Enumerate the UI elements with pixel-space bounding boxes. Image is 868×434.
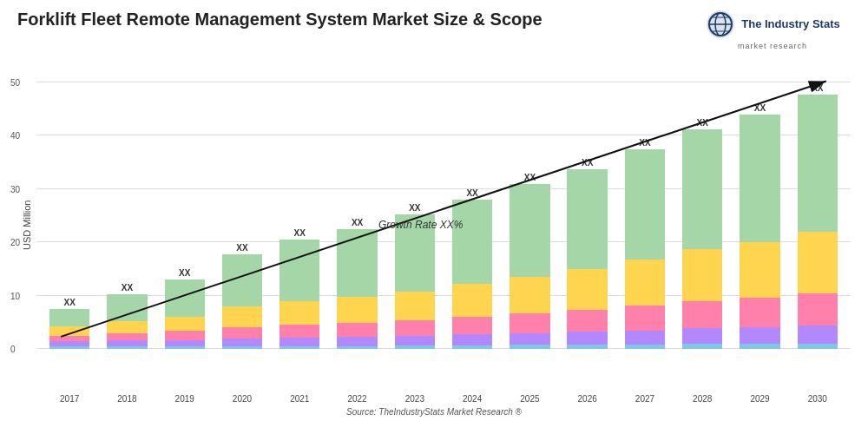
- x-axis-year-label: 2021: [271, 394, 328, 404]
- bar-value-label: XX: [812, 83, 823, 93]
- bar-segment: [798, 95, 838, 232]
- bar-stack: [49, 309, 89, 349]
- bar-value-label: XX: [179, 268, 190, 278]
- bar-segment: [567, 310, 607, 332]
- x-axis-year-label: 2027: [616, 394, 674, 404]
- bar-segment: [279, 301, 319, 325]
- bar-group: XX: [271, 228, 328, 349]
- bar-segment: [682, 328, 722, 344]
- bar-stack: [452, 200, 492, 349]
- bar-segment: [682, 301, 722, 329]
- chart-area: USD Million 01020304050XXXXXXXXXXXXXXXXX…: [17, 56, 851, 394]
- x-axis-year-label: 2030: [789, 394, 846, 404]
- bar-value-label: XX: [63, 298, 75, 307]
- bar-group: XX: [789, 83, 846, 349]
- bar-segment: [337, 297, 377, 323]
- header-row: Forklift Fleet Remote Management System …: [17, 9, 851, 50]
- x-axis-year-label: 2023: [386, 394, 444, 404]
- bar-group: XX: [674, 118, 731, 349]
- bar-value-label: XX: [409, 203, 420, 213]
- bar-stack: [107, 294, 147, 349]
- bar-group: XX: [386, 203, 444, 349]
- bar-segment: [510, 313, 549, 333]
- bar-segment: [395, 336, 435, 345]
- x-axis-year-label: 2026: [559, 394, 616, 404]
- x-axis-year-label: 2018: [98, 394, 155, 404]
- bar-segment: [625, 345, 665, 349]
- bar-segment: [337, 337, 377, 346]
- bar-stack: [740, 115, 779, 349]
- bar-stack: [279, 240, 319, 349]
- bar-segment: [625, 306, 665, 331]
- grid-label: 30: [10, 184, 20, 194]
- bar-stack: [165, 279, 205, 349]
- bar-segment: [567, 269, 607, 310]
- bar-segment: [395, 320, 435, 335]
- bar-segment: [510, 277, 549, 313]
- bar-group: XX: [328, 218, 385, 349]
- bar-value-label: XX: [697, 118, 708, 128]
- bar-segment: [279, 346, 319, 349]
- bar-stack: [510, 184, 549, 349]
- bar-segment: [107, 333, 147, 341]
- bar-value-label: XX: [466, 188, 477, 198]
- x-axis-labels: 2017201820192020202120222023202420252026…: [36, 394, 851, 404]
- bar-segment: [222, 346, 262, 349]
- bar-value-label: XX: [236, 243, 247, 253]
- bar-segment: [452, 334, 492, 345]
- bar-segment: [165, 340, 205, 346]
- bar-segment: [452, 200, 492, 285]
- x-axis-year-label: 2022: [328, 394, 385, 404]
- bar-segment: [165, 346, 205, 349]
- bar-segment: [740, 344, 779, 349]
- bar-stack: [567, 169, 607, 349]
- bar-segment: [337, 323, 377, 337]
- bar-segment: [107, 294, 147, 322]
- bar-value-label: XX: [352, 218, 363, 227]
- bar-segment: [395, 214, 435, 292]
- bar-segment: [452, 345, 492, 349]
- bars-container: XXXXXXXXXXXXXXXXXXXXXXXXXXXX: [36, 56, 851, 349]
- bar-group: XX: [214, 243, 271, 349]
- bar-group: XX: [731, 103, 788, 349]
- bar-segment: [49, 309, 89, 326]
- grid-label: 40: [10, 131, 20, 141]
- bar-segment: [165, 279, 205, 317]
- bar-group: XX: [501, 173, 558, 349]
- bar-segment: [222, 339, 262, 346]
- bar-segment: [510, 333, 549, 345]
- bar-group: XX: [559, 158, 616, 349]
- bar-segment: [567, 169, 607, 269]
- chart-inner: 01020304050XXXXXXXXXXXXXXXXXXXXXXXXXXXXG…: [36, 56, 851, 394]
- bar-group: XX: [444, 188, 501, 349]
- bar-group: XX: [41, 298, 98, 349]
- bar-stack: [222, 254, 262, 349]
- source-text: Source: TheIndustryStats Market Research…: [17, 407, 851, 417]
- bar-segment: [740, 115, 779, 242]
- grid-and-bars: 01020304050XXXXXXXXXXXXXXXXXXXXXXXXXXXXG…: [36, 56, 851, 375]
- y-axis-label: USD Million: [17, 56, 36, 394]
- bar-group: XX: [98, 283, 155, 349]
- bar-segment: [625, 149, 665, 259]
- bar-segment: [740, 327, 779, 344]
- bar-segment: [222, 306, 262, 327]
- bar-value-label: XX: [754, 103, 766, 113]
- bar-segment: [510, 345, 549, 349]
- logo-area: The Industry Stats market research: [694, 9, 851, 50]
- bar-segment: [740, 242, 779, 298]
- logo-icon: [705, 9, 736, 40]
- bar-group: XX: [156, 268, 214, 349]
- bar-stack: [395, 214, 435, 349]
- bar-segment: [49, 326, 89, 335]
- bar-segment: [567, 345, 607, 349]
- grid-label: 50: [10, 77, 20, 87]
- bar-group: XX: [616, 138, 674, 349]
- bar-segment: [107, 340, 147, 346]
- bar-stack: [625, 149, 665, 349]
- bar-segment: [452, 284, 492, 317]
- x-axis-year-label: 2020: [214, 394, 271, 404]
- bar-segment: [279, 325, 319, 337]
- bar-segment: [625, 331, 665, 345]
- bar-segment: [452, 317, 492, 334]
- bar-segment: [337, 346, 377, 349]
